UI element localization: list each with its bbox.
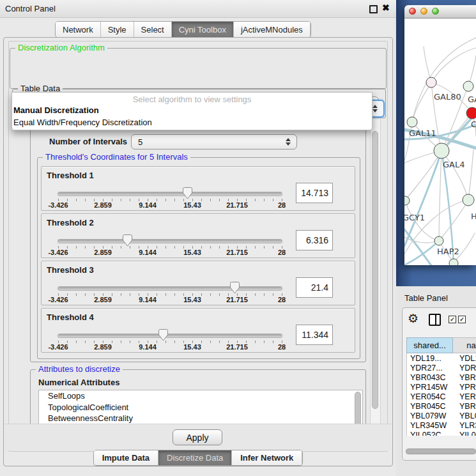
bottom-tab[interactable]: Impute Data [94, 450, 158, 465]
network-desktop: GAL80GACGAL11GAL4GCY1HHAP2 [396, 0, 476, 286]
table-cell: YDR2 [454, 364, 476, 372]
algorithm-group: Discretization Algorithm [10, 48, 387, 89]
slider-track[interactable] [58, 334, 282, 337]
gear-icon[interactable]: ⚙ [408, 311, 418, 325]
slider-tick-label: 15.43 [183, 249, 201, 256]
threshold-panel: Threshold 2 -3.426 2.859 [41, 213, 355, 258]
slider-tick-label: 2.859 [94, 249, 112, 256]
table-hscrollbar-thumb[interactable] [406, 449, 476, 454]
combo-arrows-icon [286, 138, 291, 146]
bottom-tabbar: Impute Data Discretize Data Infer Networ… [4, 450, 392, 466]
table-row[interactable]: YLR345W YLR3 [407, 420, 476, 430]
network-edge[interactable] [412, 38, 476, 122]
network-node-GAL80[interactable] [426, 77, 436, 88]
network-node-node-h[interactable] [463, 194, 474, 206]
network-edge[interactable] [404, 151, 441, 246]
network-edge[interactable] [404, 200, 468, 254]
float-window-icon[interactable] [369, 5, 378, 13]
network-node-node-top-right[interactable] [463, 81, 473, 91]
table-row[interactable]: YDR27... YDR2 [407, 363, 476, 372]
bottom-tab-label: Discretize Data [167, 453, 223, 463]
top-tab[interactable]: Cyni Toolbox [172, 22, 234, 37]
num-intervals-combo[interactable]: 5 [131, 134, 297, 150]
network-edge[interactable] [431, 48, 476, 82]
table-row[interactable]: YBR045C YBR0 [407, 401, 476, 411]
bottom-tab[interactable]: Discretize Data [158, 450, 232, 465]
dropdown-option[interactable]: Equal Width/Frequency Discretization [12, 116, 372, 128]
network-edge[interactable] [405, 151, 441, 201]
slider-tick-label: 21.715 [226, 249, 248, 256]
network-node-GAL11[interactable] [407, 117, 417, 127]
slider-handle[interactable] [123, 234, 132, 247]
checkbox-icon[interactable]: ✓ [449, 316, 456, 323]
right-region: GAL80GACGAL11GAL4GCY1HHAP2 Table Panel ⚙… [396, 0, 476, 476]
close-icon[interactable]: ✖ [382, 3, 390, 13]
slider-track[interactable] [58, 192, 282, 196]
top-tab[interactable]: Network [56, 22, 101, 37]
slider-tick-label: 9.144 [139, 249, 157, 256]
slider-track[interactable] [58, 240, 282, 243]
close-traffic-light-icon[interactable] [409, 8, 416, 15]
column-header-name[interactable]: na [453, 337, 476, 353]
slider-tick-label: 21.715 [226, 296, 248, 303]
zoom-traffic-light-icon[interactable] [432, 8, 439, 15]
slider-track[interactable] [58, 287, 282, 290]
network-edge[interactable] [404, 237, 439, 243]
network-node-label: GA [468, 95, 476, 104]
network-edge[interactable] [439, 200, 468, 241]
algorithm-dropdown: Select algorithm to view settings Manual… [12, 92, 372, 130]
checkbox-icon[interactable]: ✓ [458, 316, 466, 323]
network-node-GAL4[interactable] [434, 143, 449, 158]
apply-button[interactable]: Apply [173, 429, 222, 445]
table-cell: YBL079W [407, 411, 454, 420]
table-row[interactable]: YPR145W YPR1 [407, 382, 476, 392]
slider-handle[interactable] [158, 329, 168, 341]
top-tab[interactable]: Style [101, 22, 134, 37]
slider-tick-label: 15.43 [183, 296, 201, 303]
threshold-value-field[interactable]: 21.4 [296, 277, 333, 298]
table-cell: YPR1 [454, 383, 476, 392]
bottom-tab[interactable]: Infer Network [232, 450, 302, 465]
slider-handle[interactable] [230, 282, 240, 294]
network-edge[interactable] [468, 150, 473, 200]
table-row[interactable]: YDL19... YDL1 [407, 353, 476, 363]
table-row[interactable]: YBR043C YBR0 [407, 372, 476, 382]
network-edge[interactable] [412, 82, 431, 122]
top-tab[interactable]: Select [134, 22, 172, 37]
slider-tick-label: -3.426 [48, 201, 68, 209]
network-edge[interactable] [439, 151, 441, 241]
network-node-node-bottom[interactable] [449, 259, 458, 265]
minimize-traffic-light-icon[interactable] [420, 8, 427, 15]
attribute-list-item[interactable]: BetweennessCentrality [39, 413, 362, 424]
table-row[interactable]: YBL079W YBL0 [407, 411, 476, 420]
threshold-value-field[interactable]: 6.316 [296, 230, 333, 250]
columns-icon[interactable] [429, 314, 441, 326]
top-tab-label: jActiveMNodules [241, 25, 303, 35]
table-hscrollbar[interactable] [405, 448, 476, 455]
threshold-title: Threshold 2 [47, 218, 94, 227]
top-tab-label: Select [141, 25, 164, 35]
network-node-GCY1[interactable] [404, 196, 410, 205]
network-node-red-node[interactable] [466, 107, 476, 119]
network-node-HAP2[interactable] [434, 236, 443, 245]
column-header-shared[interactable]: shared... [406, 337, 453, 353]
settings-scrollbar-thumb[interactable] [372, 131, 378, 409]
table-row[interactable]: YIL052C YIL0 [407, 430, 476, 436]
settings-scrollbar[interactable] [370, 119, 381, 424]
attribute-list-item[interactable]: SelfLoops [39, 390, 362, 402]
network-canvas[interactable]: GAL80GACGAL11GAL4GCY1HHAP2 [404, 19, 476, 265]
slider-tick-label: 21.715 [226, 343, 248, 351]
dropdown-option[interactable]: Manual Discretization [12, 104, 372, 116]
top-tab[interactable]: jActiveMNodules [234, 22, 311, 37]
threshold-value-field[interactable]: 11.344 [296, 325, 333, 345]
attribute-list-item[interactable]: TopologicalCoefficient [39, 402, 362, 413]
network-edge[interactable] [404, 122, 412, 160]
interval-definition-group: Interval Definition Number of Intervals … [30, 123, 366, 362]
threshold-value-field[interactable]: 14.713 [296, 183, 333, 203]
cyni-main-panel: Discretization Algorithm Select algorith… [3, 37, 393, 466]
table-row[interactable]: YER054C YER0 [407, 392, 476, 401]
network-window[interactable]: GAL80GACGAL11GAL4GCY1HHAP2 [404, 5, 476, 265]
network-node-label: HAP2 [437, 247, 459, 256]
slider-handle[interactable] [183, 187, 192, 199]
numerical-attributes-title: Numerical Attributes [38, 378, 119, 387]
